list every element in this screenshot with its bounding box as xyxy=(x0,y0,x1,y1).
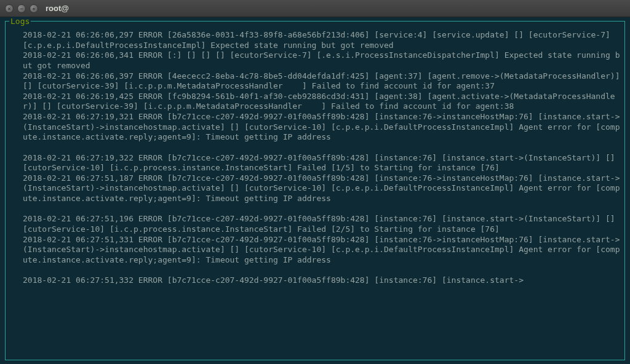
window-titlebar: ✕ − + root@ xyxy=(0,0,630,17)
window-close-button[interactable]: ✕ xyxy=(5,4,14,13)
window-controls: ✕ − + xyxy=(5,4,38,13)
terminal-area[interactable]: Logs 2018-02-21 06:26:06,297 ERROR [26a5… xyxy=(0,17,630,364)
window-maximize-button[interactable]: + xyxy=(30,4,38,13)
window-title: root@ xyxy=(46,4,69,13)
logs-panel-label: Logs xyxy=(9,17,31,26)
log-content[interactable]: 2018-02-21 06:26:06,297 ERROR [26a5836e-… xyxy=(9,30,621,286)
logs-panel: Logs 2018-02-21 06:26:06,297 ERROR [26a5… xyxy=(5,21,625,360)
window-minimize-button[interactable]: − xyxy=(17,4,26,13)
